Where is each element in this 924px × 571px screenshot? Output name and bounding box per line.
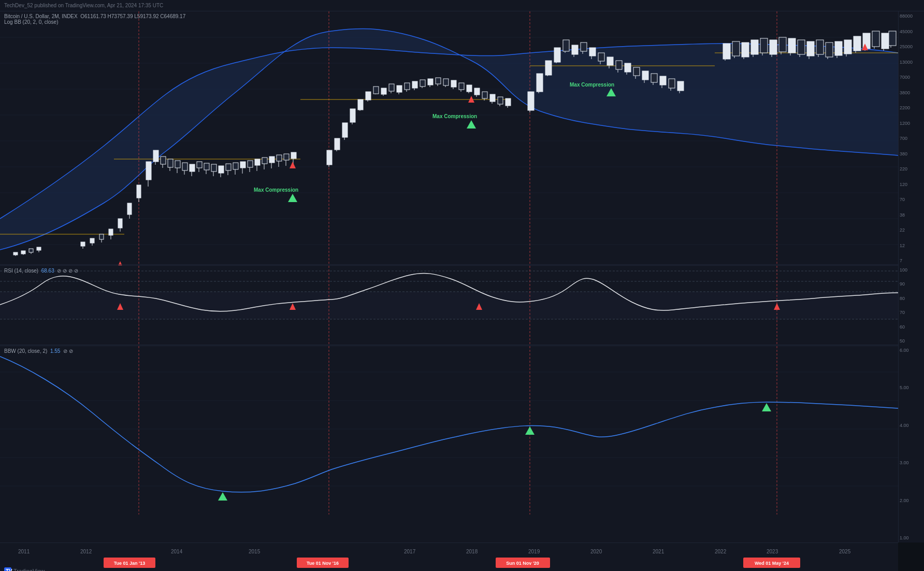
- svg-rect-12: [21, 251, 25, 254]
- svg-rect-182: [835, 41, 842, 55]
- svg-rect-58: [240, 162, 246, 168]
- svg-rect-96: [412, 81, 417, 88]
- svg-rect-64: [262, 158, 267, 164]
- date-marker-nov2016: Tue 01 Nov '16: [297, 558, 349, 568]
- main-chart-svg: Max Compression Max Compression Max Comp…: [0, 11, 898, 265]
- svg-rect-68: [277, 155, 282, 161]
- candles-2011: [13, 247, 41, 256]
- svg-rect-130: [563, 40, 569, 51]
- max-compression-label-2: Max Compression: [432, 113, 477, 119]
- svg-rect-146: [633, 67, 640, 76]
- svg-rect-42: [182, 163, 187, 170]
- svg-rect-170: [779, 37, 786, 52]
- y-axis-main: 88000 45000 25000 13000 7000 3800 2200 1…: [898, 11, 924, 265]
- rsi-panel-label: RSI (14, close) 68.63 ⊘ ⊘ ⊘ ⊘: [4, 268, 78, 274]
- svg-rect-70: [284, 154, 289, 160]
- svg-rect-160: [732, 41, 740, 56]
- chart-container: TechDev_52 published on TradingView.com,…: [0, 0, 924, 571]
- date-marker-may2024: Wed 01 May '24: [743, 558, 800, 568]
- svg-text:Tue 01 Nov '16: Tue 01 Nov '16: [307, 561, 339, 566]
- svg-rect-20: [90, 238, 94, 243]
- date-marker-jan2013: Tue 01 Jan '13: [104, 558, 155, 568]
- svg-rect-86: [373, 87, 379, 94]
- svg-rect-66: [269, 156, 275, 163]
- svg-rect-90: [389, 84, 394, 91]
- svg-rect-172: [788, 38, 796, 53]
- svg-rect-192: [882, 33, 889, 49]
- svg-rect-98: [420, 80, 425, 87]
- y-axis-rsi: 100 90 80 70 60 50: [898, 265, 924, 346]
- svg-rect-112: [474, 88, 480, 95]
- svg-rect-176: [807, 41, 814, 56]
- svg-text:2020: 2020: [590, 549, 602, 554]
- bbw-panel: BBW (20, close, 2) 1.55 ⊘ ⊘: [0, 346, 898, 543]
- rsi-chart-svg: [0, 266, 898, 346]
- svg-rect-110: [467, 85, 472, 92]
- svg-rect-166: [760, 38, 768, 53]
- svg-rect-186: [854, 36, 861, 51]
- compression-triangle-2020: [467, 120, 476, 129]
- svg-rect-82: [358, 99, 363, 110]
- svg-rect-154: [669, 79, 675, 88]
- chart-header: TechDev_52 published on TradingView.com,…: [0, 0, 924, 11]
- svg-rect-36: [161, 156, 166, 164]
- y-axis-bbw: 6.00 5.00 4.00 3.00 2.00 1.00: [898, 346, 924, 543]
- svg-text:2015: 2015: [249, 549, 261, 554]
- svg-rect-74: [327, 150, 332, 165]
- svg-rect-26: [118, 219, 122, 228]
- svg-rect-22: [99, 234, 104, 239]
- max-compression-label-3: Max Compression: [570, 82, 614, 88]
- svg-text:Tue 01 Jan '13: Tue 01 Jan '13: [114, 561, 146, 566]
- svg-rect-14: [29, 249, 33, 252]
- svg-rect-52: [219, 166, 224, 173]
- svg-rect-138: [598, 53, 604, 61]
- bbw-chart-svg: [0, 346, 898, 515]
- date-axis-svg: 2011 2012 2014 2015 2017 2018 2019 2020 …: [0, 543, 898, 571]
- svg-rect-60: [248, 161, 253, 167]
- svg-rect-194: [889, 31, 896, 46]
- svg-rect-124: [537, 74, 543, 92]
- svg-rect-104: [443, 79, 449, 85]
- svg-rect-136: [589, 48, 596, 56]
- svg-rect-28: [127, 203, 132, 215]
- svg-rect-142: [616, 61, 622, 69]
- svg-rect-94: [405, 83, 410, 90]
- svg-text:2021: 2021: [653, 549, 665, 554]
- svg-rect-180: [826, 42, 833, 57]
- svg-rect-72: [291, 152, 296, 159]
- svg-rect-46: [197, 162, 202, 168]
- rsi-panel: RSI (14, close) 68.63 ⊘ ⊘ ⊘ ⊘: [0, 265, 898, 346]
- bbw-panel-label: BBW (20, close, 2) 1.55 ⊘ ⊘: [4, 348, 73, 354]
- svg-rect-168: [770, 40, 777, 54]
- svg-text:2011: 2011: [18, 549, 30, 554]
- svg-rect-158: [723, 44, 730, 59]
- svg-rect-48: [204, 163, 209, 170]
- svg-text:Wed 01 May '24: Wed 01 May '24: [755, 561, 789, 566]
- main-chart-label: Bitcoin / U.S. Dollar, 2M, INDEX O61161.…: [4, 13, 185, 25]
- svg-rect-102: [436, 78, 441, 84]
- svg-text:2018: 2018: [466, 549, 478, 554]
- svg-text:2017: 2017: [404, 549, 416, 554]
- max-compression-label-1: Max Compression: [254, 187, 298, 193]
- svg-rect-144: [625, 63, 631, 72]
- svg-rect-116: [490, 94, 495, 102]
- svg-rect-164: [751, 40, 758, 54]
- svg-text:2019: 2019: [528, 549, 540, 554]
- svg-rect-134: [581, 42, 587, 51]
- svg-text:2014: 2014: [171, 549, 183, 554]
- svg-rect-118: [498, 97, 503, 104]
- svg-rect-40: [175, 161, 180, 168]
- svg-rect-10: [13, 252, 18, 255]
- svg-rect-50: [211, 164, 216, 172]
- svg-text:2012: 2012: [80, 549, 92, 554]
- svg-rect-38: [168, 159, 173, 167]
- svg-rect-106: [451, 80, 456, 87]
- svg-rect-201: [0, 346, 898, 515]
- svg-rect-108: [459, 83, 464, 90]
- svg-rect-34: [153, 150, 158, 162]
- svg-rect-174: [798, 40, 805, 54]
- svg-text:2023: 2023: [767, 549, 778, 554]
- svg-rect-24: [109, 229, 113, 235]
- svg-text:TV: TV: [6, 568, 12, 571]
- divider-rsi-bbw: [0, 345, 898, 345]
